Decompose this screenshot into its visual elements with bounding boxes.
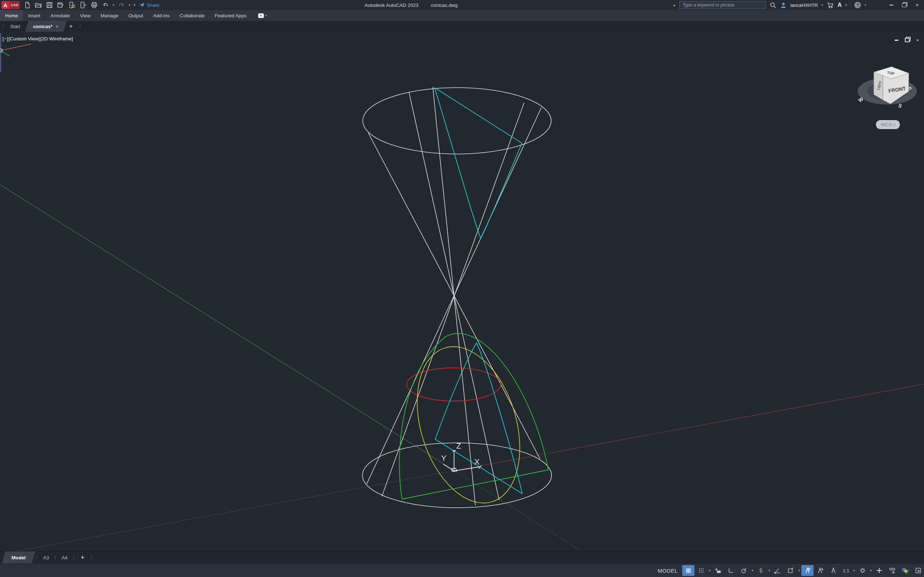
open-from-web-mobile-button[interactable]	[68, 1, 76, 9]
workspace-switching-button[interactable]	[856, 565, 869, 576]
isometric-drafting-caret[interactable]: ▾	[768, 569, 771, 572]
search-icon[interactable]	[769, 2, 776, 9]
user-menu-caret[interactable]: ▾	[822, 3, 823, 7]
viewport-view-control[interactable]: [Custom View]	[8, 36, 40, 42]
window-close-button[interactable]: ×	[913, 2, 922, 9]
autodesk-a-logo-icon[interactable]: A	[837, 2, 842, 8]
object-snap-tracking-toggle[interactable]	[771, 565, 783, 576]
green-section-chord[interactable]	[402, 470, 548, 499]
redo-button[interactable]	[118, 1, 126, 9]
window-restore-button[interactable]	[900, 2, 909, 9]
layout-tab-model[interactable]: Model	[3, 551, 34, 564]
viewport-minimize-control[interactable]: [−]	[3, 36, 8, 42]
grid-display-toggle[interactable]	[682, 565, 695, 576]
graphics-performance-button[interactable]	[899, 565, 911, 576]
drawing-minimize-button[interactable]	[894, 37, 900, 43]
dynamic-input-toggle[interactable]	[712, 565, 724, 576]
new-drawing-button[interactable]	[23, 1, 31, 9]
tab-addins[interactable]: Add-ins	[148, 10, 175, 21]
save-to-web-mobile-button[interactable]	[79, 1, 87, 9]
tab-featured-apps[interactable]: Featured Apps	[210, 10, 252, 21]
new-layout-button[interactable]: +	[77, 551, 88, 564]
signed-in-username[interactable]: lancaHXHTR	[790, 3, 818, 8]
hyperbola-lower-branch-cyan[interactable]	[435, 343, 522, 494]
ortho-mode-toggle[interactable]	[725, 565, 737, 576]
printer-icon	[90, 2, 98, 9]
tab-home[interactable]: Home	[0, 10, 23, 21]
isolate-objects-button[interactable]	[886, 565, 898, 576]
customize-qat-caret[interactable]: ▾	[134, 3, 135, 7]
app-store-cart-icon[interactable]	[827, 2, 834, 9]
top-cone-base-ellipse[interactable]	[363, 88, 551, 154]
search-flyout-icon[interactable]: ▸	[674, 3, 676, 7]
polar-tracking-caret[interactable]: ▾	[751, 569, 754, 572]
workspace-caret[interactable]: ▾	[869, 569, 873, 572]
mobile-save-icon	[79, 2, 87, 9]
annotation-scale-caret[interactable]: ▾	[853, 569, 856, 572]
drawing-close-button[interactable]: ×	[914, 37, 921, 43]
user-avatar-icon[interactable]	[780, 2, 787, 9]
undo-dropdown-caret[interactable]: ▾	[113, 3, 115, 7]
autodesk-menu-caret[interactable]: ▾	[845, 3, 847, 7]
ucs-y-label: Y	[441, 454, 446, 463]
hyperbola-upper-branch-cyan[interactable]	[435, 88, 522, 239]
help-menu-caret[interactable]: ▾	[864, 3, 866, 7]
ribbon-display-toggle[interactable]: ▾	[258, 13, 264, 18]
application-menu-button[interactable]: A CAD	[2, 1, 20, 9]
tab-output[interactable]: Output	[123, 10, 149, 21]
share-button[interactable]: Share	[139, 2, 160, 8]
tab-collaborate[interactable]: Collaborate	[175, 10, 210, 21]
ribbon-display-caret[interactable]: ▾	[265, 14, 267, 17]
annotation-scale-value[interactable]: 1:1	[840, 565, 852, 576]
layout-tab-a4[interactable]: A4	[58, 551, 70, 564]
save-button[interactable]	[45, 1, 53, 9]
save-as-button[interactable]	[57, 1, 65, 9]
circle-section-red[interactable]	[407, 368, 501, 401]
hyperbola-upper-chord-cyan[interactable]	[435, 88, 522, 143]
help-icon[interactable]: ?	[855, 2, 861, 8]
isometric-drafting-toggle[interactable]	[755, 565, 767, 576]
object-snap-caret[interactable]: ▾	[797, 569, 801, 572]
file-tab-conicas[interactable]: conicas* ×	[27, 21, 65, 32]
close-icon: ×	[916, 2, 919, 8]
annotation-visibility-toggle[interactable]	[801, 565, 814, 576]
hyperbola-lower-chord-cyan[interactable]	[435, 439, 522, 494]
layout-tab-a3[interactable]: A3	[40, 551, 52, 564]
viewport-visual-style-control[interactable]: [2D Wireframe]	[40, 36, 73, 42]
open-drawing-button[interactable]	[34, 1, 42, 9]
cone-generator-line-3[interactable]	[382, 103, 524, 496]
save-as-icon	[57, 2, 64, 9]
snap-mode-caret[interactable]: ▾	[708, 569, 711, 572]
wcs-selector[interactable]: WCS ▽	[876, 120, 900, 129]
snap-mode-toggle[interactable]	[695, 565, 708, 576]
file-tab-separator-end: /	[77, 21, 83, 32]
file-tab-bar: / Start conicas* × + /	[0, 21, 924, 32]
model-paper-toggle[interactable]: MODEL	[654, 565, 682, 576]
customization-button[interactable]	[873, 565, 885, 576]
new-file-tab-button[interactable]: +	[65, 21, 77, 32]
tab-annotate[interactable]: Annotate	[45, 10, 75, 21]
tab-view[interactable]: View	[75, 10, 96, 21]
file-tab-close-icon[interactable]: ×	[56, 24, 58, 29]
object-snap-toggle[interactable]	[784, 565, 796, 576]
tab-manage[interactable]: Manage	[96, 10, 123, 21]
annotation-autoscale-toggle[interactable]	[814, 565, 827, 576]
plus-icon	[876, 567, 883, 574]
polar-tracking-toggle[interactable]	[738, 565, 750, 576]
drawing-canvas[interactable]: Z Y X W S E TOP LEFT FRONT	[0, 32, 924, 551]
tab-insert[interactable]: Insert	[23, 10, 45, 21]
wcs-dropdown-icon[interactable]: ▽	[893, 122, 896, 127]
snap-dots-icon	[698, 567, 705, 574]
search-input[interactable]	[679, 1, 766, 9]
window-minimize-button[interactable]	[887, 2, 896, 9]
ucs-icon: Z Y X	[441, 442, 481, 472]
undo-button[interactable]	[102, 1, 109, 9]
drawing-restore-button[interactable]	[904, 37, 910, 43]
plot-button[interactable]	[90, 1, 98, 9]
file-tab-start[interactable]: Start	[6, 21, 24, 32]
annotation-scale-icon-button[interactable]	[827, 565, 840, 576]
layout-tab-separator-2: /	[52, 551, 58, 564]
redo-dropdown-caret[interactable]: ▾	[129, 3, 131, 7]
viewcube[interactable]: W S E TOP LEFT FRONT	[857, 67, 917, 109]
clean-screen-button[interactable]	[912, 565, 924, 576]
